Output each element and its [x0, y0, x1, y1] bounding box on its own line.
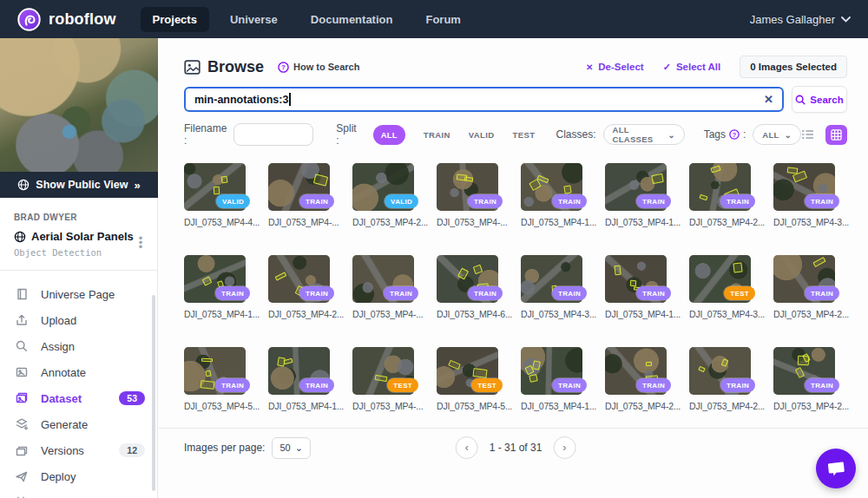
image-filename: DJI_0753_MP4-1...: [521, 401, 605, 411]
image-thumbnail[interactable]: TRAIN: [689, 163, 751, 211]
image-filename: DJI_0753_MP4-6...: [437, 309, 521, 319]
sidebar-item-label: Annotate: [41, 366, 86, 379]
image-thumbnail[interactable]: TRAIN: [184, 347, 246, 395]
search-button[interactable]: Search: [792, 86, 847, 113]
image-thumbnail[interactable]: TRAIN: [268, 255, 330, 303]
next-page-button[interactable]: ›: [553, 436, 575, 459]
help-circle-icon: ?: [278, 62, 289, 73]
split-badge: TRAIN: [720, 378, 755, 392]
page-range: 1 - 31 of 31: [490, 442, 542, 454]
image-thumbnail[interactable]: TRAIN: [437, 255, 498, 303]
tags-label: Tags: [704, 128, 726, 141]
split-badge: TEST: [471, 378, 503, 392]
project-options-kebab-icon[interactable]: •••: [136, 236, 145, 249]
annotation-box: [201, 358, 213, 362]
prev-page-button[interactable]: ‹: [456, 436, 478, 459]
sidebar-item-assign[interactable]: Assign: [0, 333, 157, 359]
image-filename: DJI_0753_MP4-1...: [268, 401, 352, 411]
image-thumbnail[interactable]: TRAIN: [773, 255, 835, 303]
sidebar-item-versions[interactable]: Versions12: [0, 437, 157, 463]
sidebar-item-universe-page[interactable]: Universe Page: [0, 281, 157, 307]
clear-search-icon[interactable]: ✕: [764, 93, 773, 106]
image-thumbnail[interactable]: TRAIN: [352, 255, 414, 303]
image-cell: TRAINDJI_0753_MP4-2...: [268, 255, 352, 319]
image-thumbnail[interactable]: TRAIN: [689, 347, 751, 395]
image-thumbnail[interactable]: TRAIN: [521, 255, 582, 303]
globe-icon: [14, 231, 26, 243]
annotation-box: [205, 370, 211, 377]
image-thumbnail[interactable]: VALID: [352, 163, 414, 211]
deselect-button[interactable]: ✕ De-Select: [586, 62, 644, 72]
image-thumbnail[interactable]: TRAIN: [268, 163, 330, 211]
image-thumbnail[interactable]: VALID: [184, 163, 246, 211]
split-option-train[interactable]: TRAIN: [424, 130, 450, 140]
image-filename: DJI_0753_MP4-2...: [773, 401, 858, 411]
brand[interactable]: roboflow: [17, 8, 116, 31]
chat-widget-button[interactable]: [816, 449, 856, 488]
sidebar-item-annotate[interactable]: Annotate: [0, 359, 157, 385]
sidebar-item-upload[interactable]: Upload: [0, 307, 157, 333]
split-option-test[interactable]: TEST: [513, 130, 536, 140]
search-input[interactable]: min-annotations:3 ✕: [184, 87, 784, 112]
split-badge: TEST: [724, 286, 755, 300]
image-cell: VALIDDJI_0753_MP4-2...: [352, 163, 437, 227]
image-thumbnail[interactable]: TEST: [437, 347, 498, 395]
project-type: Object Detection: [14, 247, 143, 258]
nav-item-universe[interactable]: Universe: [218, 7, 290, 32]
image-thumbnail[interactable]: TRAIN: [773, 347, 835, 395]
image-thumbnail[interactable]: TRAIN: [184, 255, 246, 303]
annotation-box: [646, 362, 652, 367]
image-thumbnail[interactable]: TRAIN: [605, 163, 667, 211]
chevron-down-icon: ⌄: [667, 130, 674, 140]
sidebar-item-health-check[interactable]: Health Check: [0, 489, 157, 498]
filename-filter-input[interactable]: [233, 123, 313, 146]
project-cover-image: [0, 38, 158, 172]
sidebar-item-label: Upload: [41, 314, 76, 327]
grid-view-toggle[interactable]: [825, 125, 847, 145]
image-thumbnail[interactable]: TRAIN: [437, 163, 498, 211]
image-thumbnail[interactable]: TRAIN: [521, 347, 582, 395]
annotation-box: [277, 357, 285, 366]
sidebar-item-dataset[interactable]: Dataset53: [0, 385, 157, 411]
image-filename: DJI_0753_MP4-2...: [773, 309, 858, 319]
nav-item-forum[interactable]: Forum: [413, 7, 472, 32]
sidebar-item-generate[interactable]: Generate: [0, 411, 157, 437]
split-option-valid[interactable]: VALID: [469, 130, 495, 140]
split-badge: TRAIN: [552, 378, 587, 392]
sidebar-item-label: Dataset: [41, 392, 82, 405]
image-filename: DJI_0753_MP4-2...: [352, 217, 437, 227]
search-icon: [795, 95, 806, 105]
image-thumbnail[interactable]: TEST: [689, 255, 751, 303]
how-to-search-link[interactable]: ? How to Search: [278, 62, 359, 73]
sidebar-scrollbar[interactable]: [152, 295, 155, 491]
sidebar-item-deploy[interactable]: Deploy: [0, 463, 157, 489]
show-public-view-button[interactable]: Show Public View »: [0, 172, 158, 198]
image-thumbnail[interactable]: TRAIN: [773, 163, 835, 211]
image-thumbnail[interactable]: TEST: [352, 347, 414, 395]
image-cell: TRAINDJI_0753_MP4-3...: [773, 163, 858, 227]
nav-item-projects[interactable]: Projects: [141, 7, 209, 32]
split-option-all[interactable]: ALL: [373, 125, 405, 145]
image-thumbnail[interactable]: TRAIN: [605, 347, 667, 395]
brand-name: roboflow: [49, 10, 116, 29]
image-cell: TESTDJI_0753_MP4-...: [352, 347, 437, 411]
select-all-button[interactable]: ✓ Select All: [663, 62, 721, 73]
image-cell: TESTDJI_0753_MP4-5...: [437, 347, 521, 411]
image-filename: DJI_0753_MP4-...: [352, 401, 437, 411]
list-view-toggle[interactable]: [801, 129, 814, 140]
per-page-select[interactable]: 50 ⌄: [272, 437, 310, 459]
image-filename: DJI_0753_MP4-...: [437, 217, 521, 227]
image-thumbnail[interactable]: TRAIN: [605, 255, 667, 303]
image-cell: TRAINDJI_0753_MP4-6...: [437, 255, 521, 319]
tags-dropdown[interactable]: ALL ⌄: [753, 124, 801, 145]
image-cell: TRAINDJI_0753_MP4-3...: [521, 255, 605, 319]
image-cell: TRAINDJI_0753_MP4-1...: [184, 255, 268, 319]
sidebar-item-label: Versions: [41, 444, 84, 457]
user-menu[interactable]: James Gallagher: [750, 13, 851, 26]
split-badge: TRAIN: [215, 378, 250, 392]
image-thumbnail[interactable]: TRAIN: [521, 163, 582, 211]
nav-item-documentation[interactable]: Documentation: [299, 7, 405, 32]
image-thumbnail[interactable]: TRAIN: [268, 347, 330, 395]
image-cell: TRAINDJI_0753_MP4-2...: [689, 163, 773, 227]
classes-dropdown[interactable]: ALL CLASSES ⌄: [603, 124, 685, 145]
